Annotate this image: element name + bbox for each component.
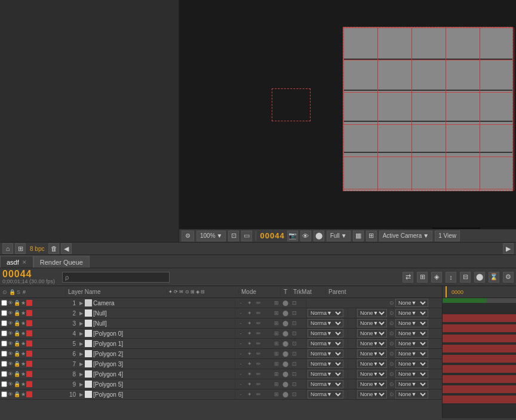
mode-select[interactable]: Norma▼ [308, 350, 343, 358]
layer-row[interactable]: 👁 🔒 ★ 9 ▶ [Polygon 5] - ✦ ✏ ⊞ ⬤ ⊡ Norma▼ [0, 379, 442, 390]
switch-pen[interactable]: ✏ [254, 309, 263, 317]
switch-1[interactable]: - [236, 319, 245, 327]
switch-1[interactable]: - [236, 350, 245, 358]
ram-preview-btn[interactable]: ◀ [61, 243, 72, 254]
parent-select[interactable]: None▼ [395, 339, 428, 348]
layer-row[interactable]: 👁 🔒 ★ 10 ▶ [Polygon 6] - ✦ ✏ ⊞ ⬤ ⊡ Norma… [0, 390, 442, 400]
switch-6[interactable]: ⊡ [290, 299, 299, 307]
switch-5[interactable]: ⬤ [281, 370, 290, 378]
timeline-btn-2[interactable]: ⊞ [417, 272, 428, 283]
row-eye-icon[interactable]: 👁 [8, 310, 13, 316]
row-eye-icon[interactable]: 👁 [8, 330, 13, 336]
timeline-bar[interactable] [443, 375, 516, 383]
timeline-btn-5[interactable]: ⊟ [460, 272, 471, 283]
grid-options-btn[interactable]: ⊞ [366, 231, 377, 241]
row-expand-btn[interactable]: ▶ [78, 331, 85, 336]
switch-1[interactable]: - [236, 309, 245, 317]
row-lock-icon[interactable]: 🔒 [14, 351, 20, 357]
parent-select[interactable]: None▼ [395, 319, 428, 327]
parent-select[interactable]: None▼ [395, 309, 428, 317]
switch-pen[interactable]: ✏ [254, 380, 263, 388]
switch-4[interactable]: ⊞ [272, 329, 281, 338]
switch-4[interactable]: ⊞ [272, 309, 281, 317]
switch-1[interactable]: - [236, 360, 245, 368]
row-visibility-check[interactable] [1, 300, 7, 306]
trkmat-select[interactable]: None▼ [357, 350, 387, 358]
row-color-label[interactable] [26, 371, 32, 377]
row-lock-icon[interactable]: 🔒 [14, 391, 20, 397]
zoom-select-btn[interactable]: 100% ▼ [196, 231, 226, 241]
timeline-btn-1[interactable]: ⇄ [403, 272, 413, 283]
switch-5[interactable]: ⬤ [281, 390, 290, 398]
row-color-label[interactable] [26, 310, 32, 316]
layer-row[interactable]: 👁 🔒 ★ 4 ▶ [Polygon 0] - ✦ ✏ ⊞ ⬤ ⊡ Norma▼ [0, 329, 442, 339]
row-lock-icon[interactable]: 🔒 [14, 361, 20, 367]
switch-2[interactable]: ✦ [245, 299, 254, 307]
timeline-btn-8[interactable]: ⚙ [503, 272, 514, 283]
switch-3[interactable] [263, 360, 272, 368]
row-visibility-check[interactable] [1, 320, 7, 326]
parent-select[interactable]: None▼ [395, 370, 428, 378]
row-expand-btn[interactable]: ▶ [78, 372, 85, 377]
timeline-btn-3[interactable]: ◈ [431, 272, 442, 283]
timeline-btn-7[interactable]: ⌛ [489, 272, 499, 283]
switch-6[interactable]: ⊡ [290, 309, 299, 317]
switch-3[interactable] [263, 370, 272, 378]
new-composition-btn[interactable]: ⊞ [15, 243, 26, 254]
row-lock-icon[interactable]: 🔒 [14, 310, 20, 316]
switch-1[interactable]: - [236, 370, 245, 378]
switch-pen[interactable]: ✏ [254, 339, 263, 348]
switch-6[interactable]: ⊡ [290, 329, 299, 338]
switch-5[interactable]: ⬤ [281, 380, 290, 388]
row-solo-icon[interactable]: ★ [21, 320, 26, 326]
mode-select[interactable]: Norma▼ [308, 309, 343, 317]
switch-3[interactable] [263, 329, 272, 338]
switch-2[interactable]: ✦ [245, 339, 254, 348]
parent-select[interactable]: None▼ [395, 380, 428, 388]
layer-row[interactable]: 👁 🔒 ★ 8 ▶ [Polygon 4] - ✦ ✏ ⊞ ⬤ ⊡ Norma▼ [0, 369, 442, 379]
row-color-label[interactable] [26, 300, 32, 306]
trkmat-select[interactable]: None▼ [357, 319, 387, 327]
timeline-bar[interactable] [443, 324, 516, 332]
timeline-bar[interactable] [443, 355, 516, 363]
switch-1[interactable]: - [236, 380, 245, 388]
fit-view-btn[interactable]: ⊡ [228, 231, 239, 241]
switch-2[interactable]: ✦ [245, 329, 254, 338]
switch-1[interactable]: - [236, 390, 245, 398]
trkmat-select[interactable]: None▼ [357, 309, 387, 317]
row-solo-icon[interactable]: ★ [21, 361, 26, 367]
layer-row[interactable]: 👁 🔒 ★ 7 ▶ [Polygon 3] - ✦ ✏ ⊞ ⬤ ⊡ Norma▼ [0, 359, 442, 369]
switch-4[interactable]: ⊞ [272, 370, 281, 378]
row-lock-icon[interactable]: 🔒 [14, 300, 20, 306]
switch-pen[interactable]: ✏ [254, 360, 263, 368]
switch-3[interactable] [263, 319, 272, 327]
quality-select-btn[interactable]: Full ▼ [327, 231, 351, 241]
camera-select-btn[interactable]: Active Camera ▼ [379, 231, 432, 241]
search-input[interactable] [67, 274, 157, 281]
switch-6[interactable]: ⊡ [290, 370, 299, 378]
row-expand-btn[interactable]: ▶ [78, 351, 85, 357]
viewer-settings-btn[interactable]: ⚙ [182, 231, 194, 241]
row-expand-btn[interactable]: ▶ [78, 311, 85, 316]
switch-pen[interactable]: ✏ [254, 370, 263, 378]
timeline-bar[interactable] [443, 335, 516, 342]
timeline-bar[interactable] [443, 396, 516, 403]
row-eye-icon[interactable]: 👁 [8, 300, 13, 306]
row-expand-btn[interactable]: ▶ [78, 301, 85, 306]
row-lock-icon[interactable]: 🔒 [14, 320, 20, 326]
row-lock-icon[interactable]: 🔒 [14, 371, 20, 377]
clear-btn[interactable]: 🗑 [48, 243, 59, 254]
row-visibility-check[interactable] [1, 351, 7, 357]
switch-5[interactable]: ⬤ [281, 309, 290, 317]
mode-select[interactable]: Norma▼ [308, 390, 343, 398]
switch-pen[interactable]: ✏ [254, 350, 263, 358]
timeline-btn-6[interactable]: ⬤ [474, 272, 485, 283]
tab-render-queue[interactable]: Render Queue [33, 256, 90, 268]
mode-select[interactable]: Norma▼ [308, 380, 343, 388]
switch-1[interactable]: - [236, 329, 245, 338]
row-eye-icon[interactable]: 👁 [8, 371, 13, 377]
trkmat-select[interactable]: None▼ [357, 339, 387, 348]
switch-3[interactable] [263, 390, 272, 398]
switch-6[interactable]: ⊡ [290, 339, 299, 348]
switch-pen[interactable]: ✏ [254, 299, 263, 307]
